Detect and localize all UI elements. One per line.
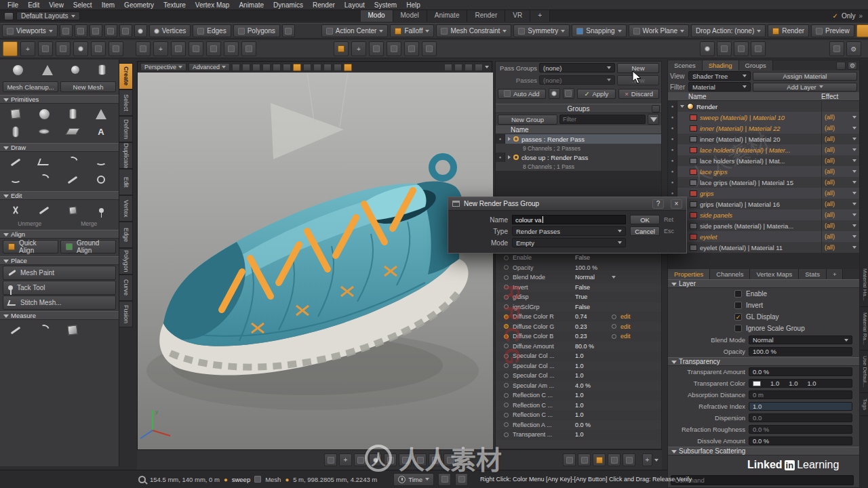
disc-tool[interactable] <box>30 123 58 140</box>
unmerge-label[interactable]: Unmerge <box>0 220 60 228</box>
assign-material-button[interactable]: Assign Material <box>753 72 857 81</box>
dialog-titlebar[interactable]: New Render Pass Group ? × <box>448 197 686 211</box>
tab-create[interactable]: Create <box>119 63 133 89</box>
falloff-dropdown[interactable]: Falloff <box>390 24 434 37</box>
pan-view-icon[interactable] <box>444 64 452 71</box>
invert-checkbox[interactable] <box>734 302 742 309</box>
modeling-tool-icon-3[interactable] <box>171 41 186 56</box>
drop-action-dropdown[interactable]: Drop Action: (none) <box>691 24 766 37</box>
subsurface-section-header[interactable]: Subsurface Scattering <box>668 447 859 455</box>
viewport-layout-icon-1[interactable] <box>60 24 73 37</box>
discard-button[interactable]: ×Discard <box>618 89 659 99</box>
merge-tool[interactable] <box>58 201 87 219</box>
edit-link[interactable]: edit <box>620 313 631 320</box>
modeling-tool-icon-1[interactable] <box>136 41 151 56</box>
list-tool-icon-4[interactable] <box>608 453 620 466</box>
section-primitives[interactable]: Primitives <box>0 95 119 104</box>
viewport-option-icon-11[interactable] <box>344 64 352 71</box>
replicator-item-icon[interactable] <box>71 66 79 74</box>
pen-tool[interactable] <box>1 153 30 171</box>
selection-mode-icon[interactable] <box>134 24 147 37</box>
expand-panel-icon[interactable] <box>652 105 660 113</box>
arc-tool[interactable] <box>58 153 87 171</box>
layer-section-header[interactable]: Layer <box>668 279 859 288</box>
group-row-closeup[interactable]: ● close up : Render Pass <box>496 152 661 162</box>
cylinder-tool[interactable] <box>58 105 87 123</box>
shader-row[interactable]: ●side panels (Material) | Materia...(all… <box>668 220 859 231</box>
menu-system[interactable]: System <box>370 1 401 9</box>
section-draw[interactable]: Draw <box>0 143 119 152</box>
mesh-paint-button[interactable]: Mesh Paint <box>3 266 116 280</box>
stitch-mesh-button[interactable]: Stitch Mesh... <box>3 296 116 310</box>
blend-mode-dropdown[interactable]: Normal <box>749 336 852 344</box>
transform-tool-icon-3[interactable] <box>73 41 88 56</box>
channel-row[interactable]: Blend ModeNormal <box>496 272 661 283</box>
tab-shading[interactable]: Shading <box>703 60 739 70</box>
gl-display-checkbox[interactable]: ✓ <box>734 313 742 321</box>
channel-row[interactable]: EnableFalse <box>496 253 661 263</box>
panel-options-icon-1[interactable] <box>829 41 844 56</box>
expander-icon[interactable] <box>680 105 684 108</box>
item-mode-icon[interactable] <box>282 24 295 37</box>
knife-tool[interactable] <box>30 201 58 219</box>
sphere-tool[interactable] <box>30 105 58 123</box>
transform-tool-icon-4[interactable] <box>91 41 106 56</box>
static-mesh-icon[interactable] <box>98 64 106 75</box>
viewport-option-icon-3[interactable] <box>252 64 260 71</box>
view-type-dropdown[interactable]: Perspective <box>140 63 186 71</box>
viewport-option-icon-8[interactable] <box>313 64 321 71</box>
view-dropdown[interactable]: Shader Tree <box>688 71 751 81</box>
menu-geometry[interactable]: Geometry <box>119 1 159 9</box>
film-strip-icon[interactable] <box>856 24 868 37</box>
opacity-field[interactable]: 100.0 % <box>749 347 852 356</box>
dispersion-field[interactable]: 0.0 <box>749 413 852 422</box>
edit-link[interactable]: edit <box>620 333 631 340</box>
cone-tool[interactable] <box>87 105 115 123</box>
tab-scenes[interactable]: Scenes <box>668 60 703 70</box>
preview-button[interactable]: Preview <box>811 24 854 37</box>
viewport-menu-icon[interactable] <box>485 66 489 68</box>
eye-icon[interactable]: ● <box>496 152 505 162</box>
section-align[interactable]: Align <box>0 230 119 239</box>
menu-view[interactable]: View <box>44 1 68 9</box>
modeling-tool-icon-4[interactable] <box>189 41 203 56</box>
polygons-mode-button[interactable]: Polygons <box>233 24 280 37</box>
tab-duplicate[interactable]: Duplicate <box>119 142 133 169</box>
filter-dropdown[interactable]: Material <box>688 82 751 92</box>
shader-row-render[interactable]: ●Render <box>668 101 859 112</box>
quick-align-button[interactable]: Quick Align <box>3 240 58 253</box>
bspline-tool[interactable] <box>30 171 58 188</box>
list-tool-icon-3[interactable] <box>593 453 606 466</box>
name-input[interactable]: colour va <box>512 215 626 224</box>
tab-stats[interactable]: Stats <box>799 269 827 279</box>
edge-tab-material-ha[interactable]: Material Ha... <box>860 263 868 307</box>
shading-tool-icon-4[interactable] <box>751 41 766 56</box>
panel-options-icon-2[interactable]: ⚙ <box>846 41 861 56</box>
zoom-view-icon[interactable] <box>454 64 462 71</box>
tack-tool-button[interactable]: Tack Tool <box>3 281 116 295</box>
tab-vertex-maps[interactable]: Vertex Maps <box>750 269 799 279</box>
shader-row[interactable]: ●grips (Material) | Material 16(all) <box>668 199 859 209</box>
shading-tool-icon-1[interactable] <box>700 41 715 56</box>
viewport-option-icon-active[interactable] <box>293 64 301 71</box>
enable-checkbox[interactable] <box>734 290 742 298</box>
capsule-tool[interactable] <box>1 123 30 140</box>
tab-properties[interactable]: Properties <box>668 269 710 279</box>
tab-add[interactable]: + <box>827 269 844 279</box>
absorption-distance-field[interactable]: 0 m <box>749 390 852 399</box>
section-place[interactable]: Place <box>0 256 119 265</box>
preset-browser-icon[interactable] <box>3 41 18 56</box>
viewport-option-icon-4[interactable] <box>262 64 271 71</box>
passes-dropdown[interactable]: (none) <box>539 75 615 85</box>
viewport-option-icon-5[interactable] <box>273 64 281 71</box>
zoom-status-icon[interactable] <box>138 476 146 483</box>
edit-link[interactable]: edit <box>620 323 631 330</box>
channel-row[interactable]: Specular Col ...1.0 <box>496 371 661 381</box>
menu-animate[interactable]: Animate <box>234 1 269 9</box>
menu-item[interactable]: Item <box>97 1 119 9</box>
only-toggle[interactable]: Only <box>842 12 856 20</box>
viewport-layout-icon-5[interactable] <box>119 24 132 37</box>
new-group-button[interactable]: New Group <box>498 115 557 125</box>
vertices-mode-button[interactable]: Vertices <box>149 24 191 37</box>
modeling-tool-icon-5[interactable] <box>206 41 221 56</box>
